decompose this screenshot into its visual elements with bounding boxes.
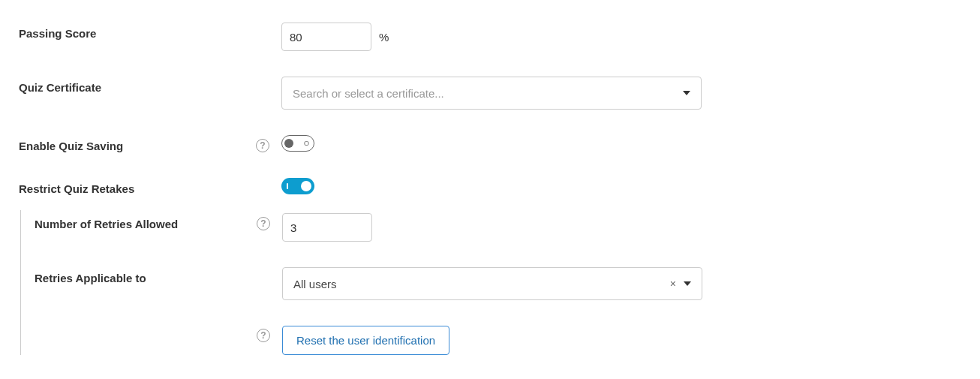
clear-icon[interactable]: ×	[670, 278, 676, 290]
reset-user-identification-button[interactable]: Reset the user identification	[282, 326, 449, 355]
help-icon[interactable]: ?	[257, 217, 270, 230]
enable-quiz-saving-toggle[interactable]: O	[281, 135, 314, 152]
help-icon[interactable]: ?	[256, 139, 269, 152]
toggle-knob	[284, 139, 293, 148]
toggle-knob	[301, 181, 311, 191]
restrict-quiz-retakes-label: Restrict Quiz Retakes	[19, 178, 134, 195]
passing-score-suffix: %	[377, 31, 389, 44]
retries-applicable-to-select[interactable]: All users ×	[282, 267, 702, 300]
passing-score-input[interactable]	[281, 23, 371, 51]
toggle-off-mark: O	[304, 140, 309, 147]
restrict-quiz-retakes-toggle[interactable]	[281, 178, 314, 194]
number-of-retries-input[interactable]	[282, 213, 372, 242]
quiz-certificate-select[interactable]: Search or select a certificate...	[281, 77, 702, 110]
quiz-certificate-placeholder: Search or select a certificate...	[293, 87, 444, 100]
chevron-down-icon	[684, 281, 691, 286]
enable-quiz-saving-label: Enable Quiz Saving	[19, 135, 123, 152]
quiz-certificate-label: Quiz Certificate	[19, 77, 101, 94]
chevron-down-icon	[683, 91, 690, 95]
retries-applicable-to-value: All users	[293, 278, 337, 290]
toggle-on-mark	[287, 183, 288, 189]
number-of-retries-label: Number of Retries Allowed	[35, 213, 178, 230]
passing-score-label: Passing Score	[19, 23, 96, 40]
help-icon[interactable]: ?	[257, 329, 270, 342]
retries-applicable-to-label: Retries Applicable to	[35, 267, 146, 284]
